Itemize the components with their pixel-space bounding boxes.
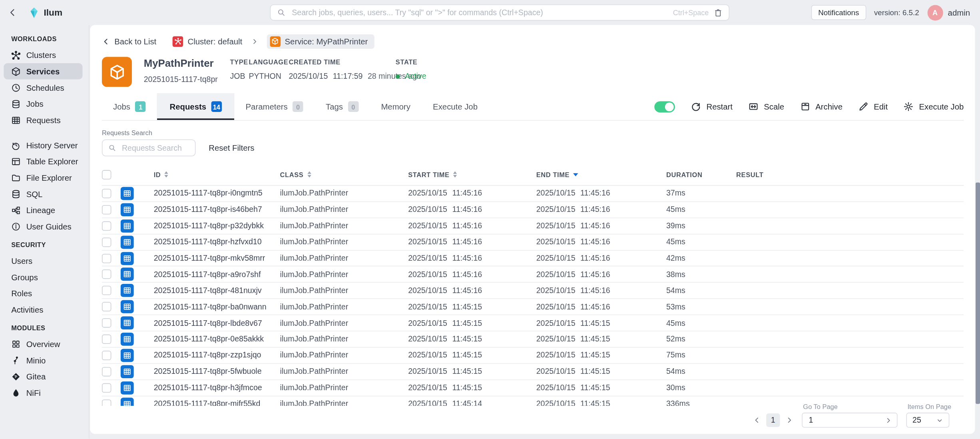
table-row[interactable]: 20251015-1117-tq8pr-0e85akkk ilumJob.Pat… — [102, 331, 964, 347]
global-search[interactable]: Ctrl+Space — [270, 4, 729, 21]
back-chevron-icon[interactable] — [8, 8, 18, 18]
row-checkbox[interactable] — [102, 318, 111, 327]
archive-button[interactable]: Archive — [800, 101, 843, 112]
request-id-link[interactable]: 20251015-1117-tq8pr-mifr55kd — [154, 399, 280, 406]
row-checkbox[interactable] — [102, 286, 111, 295]
column-header-start-time[interactable]: START TIME — [408, 171, 536, 178]
column-header-duration[interactable]: DURATION — [666, 171, 736, 178]
app-logo[interactable]: Ilum — [29, 6, 62, 18]
row-checkbox[interactable] — [102, 367, 111, 376]
sidebar-item-jobs[interactable]: Jobs — [0, 96, 89, 112]
notifications-button[interactable]: Notifications — [811, 5, 866, 20]
row-checkbox[interactable] — [102, 221, 111, 230]
avatar[interactable]: A — [927, 5, 943, 20]
column-header-class[interactable]: CLASS — [280, 171, 408, 178]
request-id-link[interactable]: 20251015-1117-tq8pr-h3jfmcoe — [154, 383, 280, 392]
sort-arrows-icon[interactable] — [165, 171, 168, 178]
prev-page-icon[interactable] — [753, 416, 761, 424]
request-id-link[interactable]: 20251015-1117-tq8pr-481nuxjv — [154, 286, 280, 295]
tab-requests[interactable]: Requests 14 — [157, 93, 234, 120]
table-row[interactable]: 20251015-1117-tq8pr-mkv58mrr ilumJob.Pat… — [102, 250, 964, 266]
table-row[interactable]: 20251015-1117-tq8pr-i0ngmtn5 ilumJob.Pat… — [102, 186, 964, 202]
sidebar-item-roles[interactable]: Roles — [0, 285, 89, 301]
request-id-link[interactable]: 20251015-1117-tq8pr-a9ro7shf — [154, 270, 280, 279]
user-menu[interactable]: A admin — [927, 5, 970, 20]
page-number-button[interactable]: 1 — [766, 413, 780, 427]
request-id-link[interactable]: 20251015-1117-tq8pr-i0ngmtn5 — [154, 189, 280, 198]
request-id-link[interactable]: 20251015-1117-tq8pr-hzfvxd10 — [154, 237, 280, 246]
tab-parameters[interactable]: Parameters 0 — [234, 93, 314, 120]
table-row[interactable]: 20251015-1117-tq8pr-is46beh7 ilumJob.Pat… — [102, 202, 964, 218]
next-page-icon[interactable] — [786, 416, 793, 424]
sidebar-item-history-server[interactable]: History Server — [0, 137, 89, 153]
scale-button[interactable]: Scale — [748, 101, 784, 112]
column-header-id[interactable]: ID — [154, 171, 280, 178]
request-id-link[interactable]: 20251015-1117-tq8pr-zzp1sjqo — [154, 351, 280, 360]
sidebar-item-lineage[interactable]: Lineage — [0, 202, 89, 218]
request-id-link[interactable]: 20251015-1117-tq8pr-lbde8v67 — [154, 319, 280, 327]
request-id-link[interactable]: 20251015-1117-tq8pr-ba0nwann — [154, 302, 280, 311]
trash-icon[interactable] — [714, 8, 723, 17]
row-checkbox[interactable] — [102, 189, 111, 198]
table-row[interactable]: 20251015-1117-tq8pr-ba0nwann ilumJob.Pat… — [102, 299, 964, 315]
request-id-link[interactable]: 20251015-1117-tq8pr-5fwbuole — [154, 367, 280, 376]
request-id-link[interactable]: 20251015-1117-tq8pr-p32dybkk — [154, 221, 280, 230]
tab-tags[interactable]: Tags 0 — [315, 93, 370, 120]
table-row[interactable]: 20251015-1117-tq8pr-lbde8v67 ilumJob.Pat… — [102, 315, 964, 331]
sidebar-item-requests[interactable]: Requests — [0, 112, 89, 128]
row-checkbox[interactable] — [102, 237, 111, 247]
breadcrumb-service[interactable]: Service: MyPathPrinter — [267, 34, 374, 48]
go-to-page-box[interactable] — [802, 413, 897, 428]
sidebar-item-clusters[interactable]: Clusters — [0, 47, 89, 63]
row-checkbox[interactable] — [102, 205, 111, 214]
row-checkbox[interactable] — [102, 253, 111, 263]
breadcrumb-cluster[interactable]: Cluster: default — [173, 36, 242, 47]
sidebar-item-groups[interactable]: Groups — [0, 269, 89, 285]
requests-search-input[interactable] — [121, 143, 189, 153]
sidebar-item-activities[interactable]: Activities — [0, 301, 89, 318]
sidebar-item-minio[interactable]: Minio — [0, 352, 89, 368]
row-checkbox[interactable] — [102, 302, 111, 311]
tab-memory[interactable]: Memory — [370, 93, 422, 120]
table-row[interactable]: 20251015-1117-tq8pr-hzfvxd10 ilumJob.Pat… — [102, 234, 964, 250]
table-row[interactable]: 20251015-1117-tq8pr-481nuxjv ilumJob.Pat… — [102, 283, 964, 299]
tab-jobs[interactable]: Jobs 1 — [102, 93, 157, 120]
table-row[interactable]: 20251015-1117-tq8pr-p32dybkk ilumJob.Pat… — [102, 218, 964, 234]
items-on-page-select[interactable]: 25 — [906, 413, 949, 428]
column-header-result[interactable]: RESULT — [736, 171, 964, 178]
sort-arrows-icon[interactable] — [453, 171, 457, 178]
request-id-link[interactable]: 20251015-1117-tq8pr-is46beh7 — [154, 205, 280, 214]
row-checkbox[interactable] — [102, 335, 111, 344]
row-checkbox[interactable] — [102, 399, 111, 405]
table-row[interactable]: 20251015-1117-tq8pr-zzp1sjqo ilumJob.Pat… — [102, 347, 964, 363]
select-all-checkbox[interactable] — [102, 170, 111, 179]
requests-search-box[interactable] — [102, 140, 196, 156]
tab-execute-job[interactable]: Execute Job — [422, 93, 489, 120]
sidebar-item-schedules[interactable]: Schedules — [0, 80, 89, 96]
sidebar-item-user-guides[interactable]: User Guides — [0, 218, 89, 235]
sidebar-item-users[interactable]: Users — [0, 253, 89, 269]
row-checkbox[interactable] — [102, 351, 111, 360]
go-to-page-input[interactable] — [807, 415, 872, 425]
table-scrollbar[interactable] — [976, 183, 980, 404]
sort-arrows-icon[interactable] — [307, 171, 311, 178]
sidebar-item-sql[interactable]: SQL — [0, 186, 89, 202]
global-search-input[interactable] — [291, 8, 668, 18]
table-row[interactable]: 20251015-1117-tq8pr-h3jfmcoe ilumJob.Pat… — [102, 380, 964, 396]
sort-desc-active-icon[interactable] — [574, 173, 579, 176]
row-checkbox[interactable] — [102, 270, 111, 279]
go-to-page-submit-icon[interactable] — [885, 417, 892, 423]
sidebar-item-nifi[interactable]: NiFi — [0, 385, 89, 401]
sidebar-item-file-explorer[interactable]: File Explorer — [0, 170, 89, 186]
request-id-link[interactable]: 20251015-1117-tq8pr-mkv58mrr — [154, 254, 280, 263]
request-id-link[interactable]: 20251015-1117-tq8pr-0e85akkk — [154, 335, 280, 343]
back-to-list-link[interactable]: Back to List — [102, 36, 156, 46]
row-checkbox[interactable] — [102, 383, 111, 392]
table-row[interactable]: 20251015-1117-tq8pr-5fwbuole ilumJob.Pat… — [102, 364, 964, 380]
column-header-end-time[interactable]: END TIME — [536, 171, 666, 178]
table-row[interactable]: 20251015-1117-tq8pr-a9ro7shf ilumJob.Pat… — [102, 267, 964, 283]
edit-button[interactable]: Edit — [858, 101, 888, 112]
restart-button[interactable]: Restart — [691, 101, 733, 112]
sidebar-item-gitea[interactable]: Gitea — [0, 368, 89, 385]
sidebar-item-table-explorer[interactable]: Table Explorer — [0, 153, 89, 170]
